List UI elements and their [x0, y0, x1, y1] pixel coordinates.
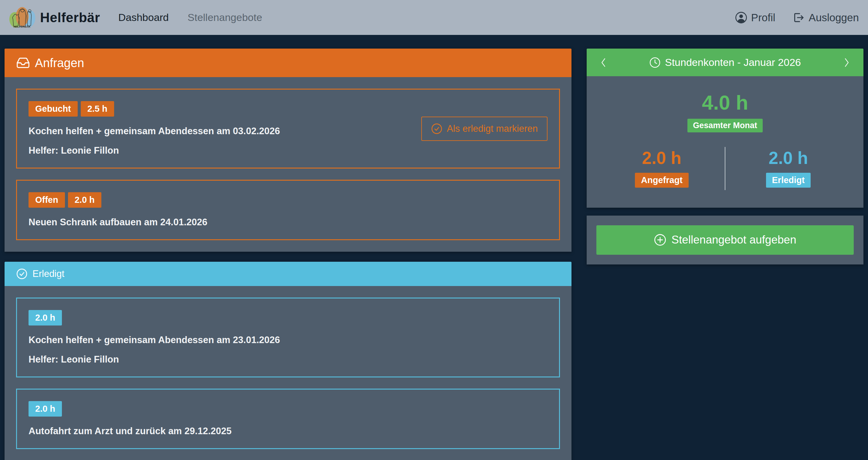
hours-badge: 2.5 h [81, 101, 114, 117]
erledigt-stat: 2.0 h Erledigt [725, 149, 851, 188]
erledigt-title: Erledigt [32, 268, 64, 279]
erledigt-body: 2.0 h Kochen helfen + gemeinsam Abendess… [5, 286, 571, 460]
nav-stellenangebote[interactable]: Stellenangebote [188, 11, 262, 23]
inbox-icon [16, 56, 30, 70]
next-month-button[interactable] [841, 55, 852, 70]
person-circle-icon [735, 11, 747, 24]
badge-row: 2.0 h [29, 310, 548, 326]
mark-done-label: Als erledigt markieren [447, 123, 538, 134]
angefragt-stat: 2.0 h Angefragt [599, 149, 725, 188]
card-main: Offen 2.0 h Neuen Schrank aufbauen am 24… [29, 192, 548, 228]
stat-row: 2.0 h Angefragt 2.0 h Erledigt [599, 147, 851, 190]
chevron-right-icon [843, 57, 851, 68]
brand-group: HELFERBÄR Helferbär [9, 5, 100, 30]
badge-row: Offen 2.0 h [29, 192, 548, 208]
card-main: 2.0 h Kochen helfen + gemeinsam Abendess… [29, 310, 548, 365]
erledigt-card: 2.0 h Kochen helfen + gemeinsam Abendess… [16, 298, 560, 377]
card-title: Neuen Schrank aufbauen am 24.01.2026 [29, 217, 548, 228]
hours-badge: 2.0 h [29, 401, 62, 417]
card-main: 2.0 h Autofahrt zum Arzt und zurück am 2… [29, 401, 548, 437]
angefragt-value: 2.0 h [642, 149, 682, 167]
post-job-panel: Stellenangebot aufgeben [587, 216, 863, 265]
post-job-label: Stellenangebot aufgeben [671, 234, 796, 246]
chevron-left-icon [599, 57, 607, 68]
badge-row: 2.0 h [29, 401, 548, 417]
anfrage-card-offen: Offen 2.0 h Neuen Schrank aufbauen am 24… [16, 180, 560, 240]
stundenkonten-widget: Stundenkonten - Januar 2026 4.0 h Gesamt… [587, 49, 863, 208]
svg-text:HELFERBÄR: HELFERBÄR [14, 25, 30, 28]
left-column: Anfragen Gebucht 2.5 h Kochen helfen + g… [5, 49, 571, 460]
dashboard-content: Anfragen Gebucht 2.5 h Kochen helfen + g… [0, 35, 868, 460]
erledigt-card: 2.0 h Autofahrt zum Arzt und zurück am 2… [16, 389, 560, 449]
card-title: Kochen helfen + gemeinsam Abendessen am … [29, 126, 409, 136]
card-helper: Helfer: Leonie Fillon [29, 354, 548, 365]
stundenkonten-title-group: Stundenkonten - Januar 2026 [649, 57, 801, 68]
anfragen-body: Gebucht 2.5 h Kochen helfen + gemeinsam … [5, 77, 571, 252]
stundenkonten-header: Stundenkonten - Januar 2026 [587, 49, 863, 76]
hours-badge: 2.0 h [29, 310, 62, 326]
total-hours-badge-wrap: Gesamter Monat [599, 119, 851, 132]
logout-icon [793, 11, 805, 24]
card-helper: Helfer: Leonie Fillon [29, 145, 409, 156]
logout-link[interactable]: Ausloggen [793, 11, 859, 24]
erledigt-header: Erledigt [5, 262, 571, 286]
total-hours-value: 4.0 h [599, 91, 851, 114]
logout-label: Ausloggen [809, 11, 859, 24]
card-title: Kochen helfen + gemeinsam Abendessen am … [29, 335, 548, 345]
card-main: Gebucht 2.5 h Kochen helfen + gemeinsam … [29, 101, 409, 156]
anfrage-card-gebucht: Gebucht 2.5 h Kochen helfen + gemeinsam … [16, 89, 560, 168]
badge-row: Gebucht 2.5 h [29, 101, 409, 117]
check-circle-icon [16, 268, 28, 280]
erledigt-value: 2.0 h [769, 149, 808, 167]
erledigt-badge: Erledigt [766, 173, 811, 188]
navbar: HELFERBÄR Helferbär Dashboard Stellenang… [0, 0, 868, 35]
navbar-right: Profil Ausloggen [735, 11, 859, 24]
anfragen-panel: Anfragen Gebucht 2.5 h Kochen helfen + g… [5, 49, 571, 252]
check-circle-icon [431, 123, 442, 134]
main-nav: Dashboard Stellenangebote [118, 11, 262, 23]
brand-title: Helferbär [40, 10, 100, 25]
total-hours-badge: Gesamter Monat [687, 119, 763, 132]
hours-badge: 2.0 h [68, 192, 101, 208]
plus-circle-icon [654, 234, 666, 246]
profil-label: Profil [751, 11, 775, 24]
helferbaer-logo[interactable]: HELFERBÄR [9, 5, 36, 30]
angefragt-badge: Angefragt [635, 173, 689, 188]
stundenkonten-title: Stundenkonten - Januar 2026 [665, 57, 801, 68]
clock-icon [649, 57, 661, 68]
anfragen-header: Anfragen [5, 49, 571, 77]
post-job-button[interactable]: Stellenangebot aufgeben [596, 225, 854, 255]
right-column: Stundenkonten - Januar 2026 4.0 h Gesamt… [587, 49, 863, 265]
profil-link[interactable]: Profil [735, 11, 775, 24]
erledigt-panel: Erledigt 2.0 h Kochen helfen + gemeinsam… [5, 262, 571, 460]
status-badge: Gebucht [29, 101, 78, 117]
status-badge: Offen [29, 192, 65, 208]
card-title: Autofahrt zum Arzt und zurück am 29.12.2… [29, 426, 548, 437]
prev-month-button[interactable] [597, 55, 609, 70]
nav-dashboard[interactable]: Dashboard [118, 11, 169, 23]
stundenkonten-stats: 4.0 h Gesamter Monat 2.0 h Angefragt 2.0… [587, 76, 863, 208]
anfragen-title: Anfragen [35, 56, 84, 70]
mark-done-button[interactable]: Als erledigt markieren [421, 117, 548, 141]
